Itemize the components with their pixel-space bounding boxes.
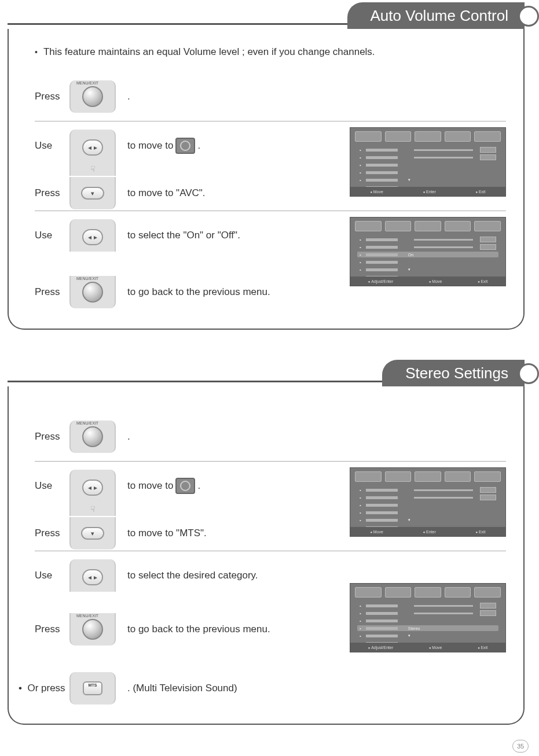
osd-foot-item: Move bbox=[429, 279, 442, 283]
section1-header: Auto Volume Control bbox=[0, 0, 539, 29]
osd-screenshot-mts-highlight: Stereo ▾ Adjust/Enter Move Exit bbox=[350, 583, 506, 652]
osd-screenshot-sound-menu: ▾ Move Enter Exit bbox=[350, 127, 506, 197]
section1-title-tab: Auto Volume Control bbox=[347, 2, 525, 29]
sound-menu-icon bbox=[175, 138, 195, 154]
left-right-button-icon: ◂ ▸ bbox=[69, 470, 116, 502]
osd-screenshot-avc-highlight: On ▾ Adjust/Enter Move Exit bbox=[350, 217, 506, 286]
menu-exit-icon bbox=[82, 282, 103, 303]
step-group: Press . bbox=[35, 412, 506, 461]
menu-exit-icon bbox=[82, 426, 103, 447]
section1-intro: This feature maintains an equal Volume l… bbox=[35, 46, 506, 58]
step-label: Press bbox=[35, 431, 69, 442]
osd-highlight-value: Stereo bbox=[408, 626, 420, 630]
lr-arrows-icon: ◂ ▸ bbox=[82, 139, 103, 156]
down-arrow-icon: ▾ bbox=[81, 527, 104, 540]
step-label: Press bbox=[35, 286, 69, 298]
menu-exit-button-icon bbox=[69, 613, 116, 646]
header-circle-ornament bbox=[518, 6, 539, 27]
page-number: 35 bbox=[512, 740, 529, 753]
step-desc: to move to "MTS". bbox=[127, 528, 207, 539]
hand-pointer-icon: ☟ bbox=[69, 502, 116, 516]
step-group: Use ◂ ▸ to select the desired category. … bbox=[35, 551, 506, 647]
osd-foot-item: Exit bbox=[476, 530, 486, 534]
step-desc: . bbox=[127, 431, 130, 442]
step-desc-post: . bbox=[197, 480, 200, 492]
osd-foot-item: Move bbox=[370, 190, 383, 194]
step-desc: . (Multi Television Sound) bbox=[127, 683, 237, 694]
step-group: • Or press MTS . (Multi Television Sound… bbox=[35, 647, 506, 713]
down-button-icon: ▾ bbox=[69, 177, 116, 209]
step-desc: to move to . bbox=[127, 478, 200, 494]
left-right-button-icon: ◂ ▸ bbox=[69, 219, 116, 252]
osd-foot-item: Move bbox=[370, 530, 383, 534]
step-label: Use bbox=[35, 480, 69, 492]
step-label: Press bbox=[35, 624, 69, 635]
osd-foot-item: Exit bbox=[476, 190, 486, 194]
step-desc: to go back to the previous menu. bbox=[127, 286, 270, 298]
step-label: Use bbox=[35, 140, 69, 152]
step-desc-pre: to move to bbox=[127, 140, 173, 152]
down-button-icon: ▾ bbox=[69, 517, 116, 550]
menu-exit-button-icon bbox=[69, 276, 116, 308]
menu-exit-icon bbox=[82, 619, 103, 640]
osd-foot-item: Move bbox=[429, 646, 442, 650]
section2-panel: Press . Use ◂ ▸ to move to . ☟ bbox=[8, 386, 525, 725]
step-desc: . bbox=[127, 91, 130, 102]
step-group: Use ◂ ▸ to move to . ☟ Press ▾ to move t… bbox=[35, 121, 506, 211]
step-desc: to select the desired category. bbox=[127, 570, 258, 581]
left-right-button-icon: ◂ ▸ bbox=[69, 559, 116, 592]
menu-exit-icon bbox=[82, 86, 103, 107]
section2-steps: Press . Use ◂ ▸ to move to . ☟ bbox=[35, 412, 506, 713]
step-label: Press bbox=[35, 528, 69, 539]
step-label: Press bbox=[35, 187, 69, 199]
lr-arrows-icon: ◂ ▸ bbox=[82, 229, 103, 245]
step-label: Use bbox=[35, 570, 69, 581]
osd-foot-item: Enter bbox=[423, 190, 436, 194]
step-desc-post: . bbox=[197, 140, 200, 152]
osd-foot-item: Enter bbox=[423, 530, 436, 534]
step-row: • Or press MTS . (Multi Television Sound… bbox=[35, 664, 506, 713]
mts-icon: MTS bbox=[83, 681, 102, 695]
menu-exit-button-icon bbox=[69, 80, 116, 113]
left-right-button-icon: ◂ ▸ bbox=[69, 130, 116, 162]
step-desc: to select the "On" or "Off". bbox=[127, 230, 240, 241]
osd-foot-item: Exit bbox=[478, 646, 487, 650]
osd-foot-item: Adjust/Enter bbox=[368, 279, 393, 283]
step-row: Press . bbox=[35, 72, 506, 121]
header-circle-ornament bbox=[518, 363, 539, 384]
osd-foot-item: Exit bbox=[478, 279, 487, 283]
osd-highlight-value: On bbox=[408, 253, 413, 257]
section1-panel: This feature maintains an equal Volume l… bbox=[8, 29, 525, 330]
mts-button-icon: MTS bbox=[69, 672, 116, 705]
lr-arrows-icon: ◂ ▸ bbox=[82, 569, 103, 585]
step-group: Press . bbox=[35, 72, 506, 121]
osd-foot-item: Adjust/Enter bbox=[368, 646, 393, 650]
step-label: Use bbox=[35, 230, 69, 241]
sound-menu-icon bbox=[175, 478, 195, 494]
step-label-text: Or press bbox=[27, 683, 65, 694]
section2-header: Stereo Settings bbox=[8, 357, 539, 386]
lr-arrows-icon: ◂ ▸ bbox=[82, 480, 103, 496]
step-desc: to go back to the previous menu. bbox=[127, 624, 270, 635]
menu-exit-button-icon bbox=[69, 421, 116, 453]
step-label: • Or press bbox=[19, 683, 69, 694]
step-label: Press bbox=[35, 91, 69, 102]
step-desc: to move to "AVC". bbox=[127, 187, 206, 199]
step-desc-pre: to move to bbox=[127, 480, 173, 492]
hand-pointer-icon: ☟ bbox=[69, 162, 116, 176]
section1-steps: Press . Use ◂ ▸ to move to . ☟ bbox=[35, 72, 506, 309]
section2-title-tab: Stereo Settings bbox=[382, 360, 525, 386]
step-row: Press . bbox=[35, 412, 506, 461]
step-group: Use ◂ ▸ to move to . ☟ Press ▾ to move t… bbox=[35, 461, 506, 551]
osd-screenshot-sound-menu: ▾ Move Enter Exit bbox=[350, 467, 506, 537]
step-group: Use ◂ ▸ to select the "On" or "Off". Pre… bbox=[35, 211, 506, 309]
step-desc: to move to . bbox=[127, 138, 200, 154]
down-arrow-icon: ▾ bbox=[81, 187, 104, 200]
